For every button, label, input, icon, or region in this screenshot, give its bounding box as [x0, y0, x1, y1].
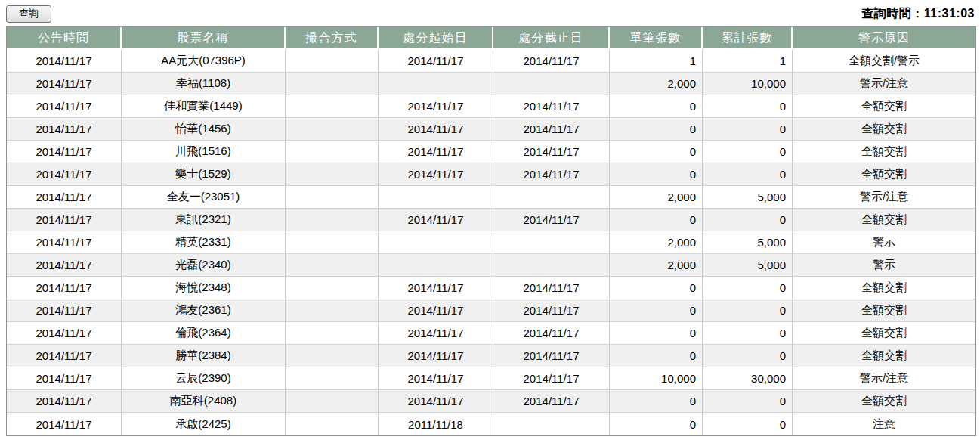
table-cell [286, 254, 379, 277]
table-cell: 30,000 [703, 367, 793, 390]
table-cell: 0 [610, 345, 703, 367]
toolbar: 查詢 查詢時間：11:31:03 [0, 0, 980, 26]
table-cell: 怡華(1456) [122, 118, 286, 141]
table-cell: 2014/11/17 [7, 186, 122, 209]
table-cell: 0 [703, 209, 793, 231]
table-cell: 2014/11/17 [7, 163, 122, 186]
table-cell: 0 [703, 413, 793, 435]
table-cell: 倫飛(2364) [122, 322, 286, 345]
table-cell: 警示/注意 [793, 186, 975, 209]
table-row: 2014/11/17光磊(2340)2,0005,000警示 [7, 254, 975, 277]
table-cell: 0 [703, 95, 793, 118]
table-cell: 光磊(2340) [122, 254, 286, 277]
table-cell: 2014/11/17 [7, 299, 122, 322]
table-cell: 0 [703, 299, 793, 322]
table-cell: 0 [610, 413, 703, 435]
table-row: 2014/11/17倫飛(2364)2014/11/172014/11/1700… [7, 322, 975, 345]
table-cell: 2,000 [610, 186, 703, 209]
table-cell: 2014/11/17 [493, 277, 610, 299]
table-cell [286, 390, 379, 413]
table-cell: 2014/11/17 [7, 50, 122, 73]
table-cell [493, 186, 610, 209]
table-cell [286, 163, 379, 186]
table-cell: 鴻友(2361) [122, 299, 286, 322]
table-cell: 全額交割 [793, 390, 975, 413]
table-cell: 佳和實業(1449) [122, 95, 286, 118]
table-cell: 2014/11/17 [493, 50, 610, 73]
table-cell: 0 [610, 322, 703, 345]
table-cell: 2014/11/17 [7, 345, 122, 367]
table-cell: 2014/11/17 [493, 367, 610, 390]
table-cell: 2014/11/17 [493, 118, 610, 141]
table-cell: 0 [703, 345, 793, 367]
table-cell: 1 [610, 50, 703, 73]
table-cell: 2014/11/17 [379, 322, 493, 345]
table-cell [286, 209, 379, 231]
table-cell: 0 [610, 209, 703, 231]
table-cell [286, 231, 379, 254]
table-cell: 2014/11/17 [493, 390, 610, 413]
table-cell: 海悅(2348) [122, 277, 286, 299]
table-cell [379, 231, 493, 254]
table-cell: 2014/11/17 [7, 209, 122, 231]
table-cell: 1 [703, 50, 793, 73]
table-cell: 2014/11/17 [7, 390, 122, 413]
table-cell: 精英(2331) [122, 231, 286, 254]
table-cell [286, 322, 379, 345]
query-time-value: 11:31:03 [924, 7, 975, 20]
table-cell [493, 231, 610, 254]
table-cell: 5,000 [703, 231, 793, 254]
table-cell: 全額交割 [793, 345, 975, 367]
table-cell: 2014/11/17 [379, 209, 493, 231]
table-cell [286, 277, 379, 299]
table-cell: 0 [703, 277, 793, 299]
table-cell: 全額交割 [793, 299, 975, 322]
table-row: 2014/11/17全友一(23051)2,0005,000警示/注意 [7, 186, 975, 209]
table-cell: 0 [610, 118, 703, 141]
query-time-label: 查詢時間： [861, 7, 924, 20]
table-cell: 0 [610, 141, 703, 163]
table-cell: 全額交割 [793, 118, 975, 141]
table-cell: 樂士(1529) [122, 163, 286, 186]
table-cell: 2014/11/17 [493, 299, 610, 322]
table-cell: 0 [703, 390, 793, 413]
table-cell [379, 73, 493, 95]
table-cell: 2014/11/17 [493, 322, 610, 345]
table-cell: 2014/11/17 [7, 231, 122, 254]
table-cell: 5,000 [703, 186, 793, 209]
table-cell: 2014/11/17 [493, 345, 610, 367]
table-cell: 2014/11/17 [7, 118, 122, 141]
table-row: 2014/11/17東訊(2321)2014/11/172014/11/1700… [7, 209, 975, 231]
table-cell: 全額交割 [793, 277, 975, 299]
query-button[interactable]: 查詢 [6, 5, 51, 23]
table-cell: 2014/11/17 [493, 163, 610, 186]
table-cell: 全額交割 [793, 322, 975, 345]
table-cell: 全額交割 [793, 141, 975, 163]
table-cell: 2014/11/17 [379, 367, 493, 390]
table-cell: 南亞科(2408) [122, 390, 286, 413]
table-cell: 2014/11/17 [379, 95, 493, 118]
table-row: 2014/11/17承啟(2425)2011/11/1800注意 [7, 413, 975, 435]
column-header-alert-reason: 警示原因 [793, 27, 975, 50]
table-cell: 警示 [793, 254, 975, 277]
table-cell [286, 345, 379, 367]
table-cell: 警示/注意 [793, 73, 975, 95]
table-cell: 警示 [793, 231, 975, 254]
table-cell: 0 [610, 163, 703, 186]
table-cell: 2014/11/17 [493, 95, 610, 118]
table-cell: 0 [703, 163, 793, 186]
table-row: 2014/11/17勝華(2384)2014/11/172014/11/1700… [7, 345, 975, 367]
column-header-single-lots: 單筆張數 [610, 27, 703, 50]
table-cell [379, 186, 493, 209]
table-cell: 2011/11/18 [379, 413, 493, 435]
table-cell [286, 413, 379, 435]
table-cell: 0 [610, 299, 703, 322]
table-cell: 2014/11/17 [7, 254, 122, 277]
table-cell: 2014/11/17 [379, 163, 493, 186]
table-cell: 2014/11/17 [7, 413, 122, 435]
table-row: 2014/11/17精英(2331)2,0005,000警示 [7, 231, 975, 254]
table-cell: 警示/注意 [793, 367, 975, 390]
table-cell: 全友一(23051) [122, 186, 286, 209]
table-cell [286, 95, 379, 118]
table-cell: 0 [703, 322, 793, 345]
